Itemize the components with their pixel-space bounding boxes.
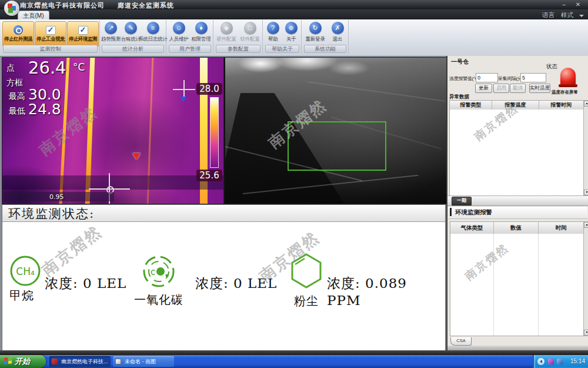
button-label: 硬件配置 — [217, 36, 236, 43]
group-label-system-functions: 系统功能 — [304, 45, 346, 53]
button-label: 停止红外测温 — [4, 36, 32, 43]
gas-name-dust: 粉尘 — [294, 293, 319, 309]
tray-chevron-icon[interactable] — [537, 358, 544, 365]
max-label: 最高 — [9, 91, 25, 102]
ir-temp-icon — [14, 25, 23, 35]
x-icon: ✗ — [332, 22, 344, 34]
min-label: 最低 — [9, 106, 25, 117]
tray-icon-2[interactable] — [557, 359, 563, 364]
env-col-gas-type[interactable]: 气体类型 — [450, 222, 494, 234]
tab-csa[interactable]: CSA — [450, 337, 472, 346]
alarm-col-temp[interactable]: 报警温度 — [492, 101, 539, 110]
enable-button[interactable]: 启用 — [493, 84, 509, 93]
taskbar-task-monitor-app[interactable]: 南京熠然电子科技... — [49, 356, 111, 367]
cancel-button[interactable]: 取消 — [510, 84, 526, 93]
window-bottom-edge — [0, 350, 588, 355]
person-icon: ☺ — [173, 22, 185, 34]
realtime-temp-button[interactable]: 实时温度 — [529, 84, 550, 93]
task-app-icon — [52, 359, 58, 364]
env-col-time[interactable]: 时间 — [539, 222, 583, 234]
hardware-icon: ◈ — [220, 22, 233, 34]
relogin-icon: ↻ — [309, 22, 322, 34]
menu-style[interactable]: 样式 — [561, 11, 573, 19]
ribbon-group-system-functions: ↻ 重新登录 ✗ 退出 系统功能 — [302, 20, 349, 54]
crosshair-marker — [183, 80, 185, 98]
stop-ir-temp-button[interactable]: 停止红外测温 — [2, 21, 34, 47]
alarm-control-panel: 一号仓 状态 温度报警值(°C): 采集间隔(分): 更新 启用 取消 实时温度… — [446, 56, 588, 352]
temp-alarm-input[interactable] — [476, 73, 498, 82]
scroll-down-icon[interactable] — [584, 330, 588, 336]
detection-box — [288, 121, 386, 171]
spot-temperature-value: 26.4 — [28, 58, 66, 78]
permission-icon: ♦ — [195, 22, 208, 34]
start-label: 开始 — [15, 356, 30, 367]
stop-env-monitor-button[interactable]: ✓ 停止环境监测 — [67, 21, 99, 47]
station-title: 一号仓 — [451, 58, 469, 66]
button-label: 软件配置 — [240, 36, 260, 43]
taskbar: 开始 南京熠然电子科技... 未命名 - 画图 15:14 — [0, 355, 588, 368]
stop-machine-vision-button[interactable]: ✓ 停止工业视觉 — [35, 21, 66, 47]
button-label: 权限管理 — [192, 36, 211, 43]
button-label: 系统日志统计 — [138, 36, 167, 43]
close-button[interactable]: ✕ — [573, 1, 583, 8]
alarm-table-scrollbar[interactable] — [583, 100, 588, 196]
thermal-status-bar: 0.95 — [4, 192, 114, 201]
task-label: 未命名 - 画图 — [125, 359, 156, 364]
alarm-lamp-base — [559, 84, 577, 87]
pencil-icon: ✎ — [125, 22, 137, 34]
button-label: 停止环境监测 — [69, 36, 97, 43]
environment-status-header: 环境监测状态: — [2, 205, 445, 222]
button-label: 人员维护 — [169, 36, 189, 43]
alarm-col-time[interactable]: 报警时间 — [539, 101, 583, 110]
system-tray: 15:14 — [533, 355, 588, 368]
question-mark-icon: ? — [267, 22, 279, 34]
ribbon-group-user-management: ☺ 人员维护 ♦ 权限管理 用户管理 — [167, 20, 213, 54]
scale-max-badge: 28.0 — [196, 83, 222, 95]
table-column-divider — [493, 234, 494, 336]
checkmark-icon: ✓ — [46, 26, 56, 35]
start-button[interactable]: 开始 — [0, 355, 46, 368]
checkmark-icon: ✓ — [78, 26, 88, 35]
scroll-up-icon[interactable] — [584, 101, 588, 107]
group-label-parameter-config: 参数配置 — [216, 45, 260, 53]
env-col-value[interactable]: 数值 — [494, 222, 539, 234]
ribbon-group-statistics: ↗ 趋势预测 ✎ 台账统计 ≡ 系统日志统计 统计分析 — [100, 20, 166, 54]
temperature-unit: °C — [73, 61, 85, 73]
window-title-company: 南京熠然电子科技有限公司 — [20, 1, 105, 10]
table-column-divider — [538, 234, 539, 336]
log-list-icon: ≡ — [147, 22, 159, 34]
globe-icon: ⊕ — [285, 22, 298, 34]
app-logo-icon — [4, 1, 19, 16]
gas-reading-carbon-monoxide: 浓度: 0 LEL — [195, 274, 277, 293]
logo-cube-green — [8, 8, 13, 13]
interval-input[interactable] — [520, 73, 546, 82]
env-alarm-header: 环境监测报警 — [449, 207, 587, 219]
tab-home[interactable]: 主页(M) — [18, 11, 49, 20]
group-label-user-management: 用户管理 — [169, 45, 211, 53]
scroll-down-icon[interactable] — [584, 190, 588, 195]
marker-triangle-blue — [180, 97, 187, 102]
gas-name-methane: 甲烷 — [9, 288, 34, 304]
button-label: 退出 — [333, 36, 342, 43]
header-accent-bar — [450, 208, 452, 216]
minimize-button[interactable]: – — [559, 1, 569, 8]
tray-icon-1[interactable] — [548, 359, 554, 364]
scroll-up-icon[interactable] — [584, 222, 588, 228]
taskbar-task-paint[interactable]: 未命名 - 画图 — [113, 356, 174, 367]
group-label-statistics: 统计分析 — [102, 45, 164, 53]
env-table-scrollbar[interactable] — [583, 221, 588, 336]
button-label: 台账统计 — [121, 36, 141, 43]
update-button[interactable]: 更新 — [475, 84, 492, 93]
box-label: 方框 — [6, 78, 23, 88]
menu-language[interactable]: 语言 — [542, 11, 554, 19]
tab-phase-one[interactable]: 一期 — [452, 197, 472, 205]
alarm-col-type[interactable]: 报警类型 — [450, 101, 492, 110]
gas-reading-methane: 浓度: 0 LEL — [45, 274, 126, 293]
ribbon-group-parameter-config: ◈ 硬件配置 □ 软件配置 参数配置 — [214, 20, 263, 54]
spot-label: 点 — [6, 63, 15, 74]
paint-app-icon — [115, 359, 121, 364]
trend-icon: ↗ — [105, 22, 117, 34]
title-bar: 南京熠然电子科技有限公司 廊道安全监测系统 – ✕ — [0, 0, 588, 9]
carbon-monoxide-icon: c — [142, 254, 175, 289]
env-alarm-title: 环境监测报警 — [455, 208, 492, 217]
